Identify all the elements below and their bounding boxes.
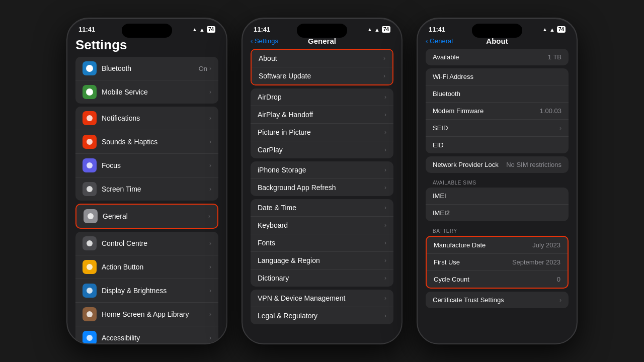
settings-item[interactable]: Mobile Service› [75, 80, 218, 104]
nav-back-button[interactable]: ‹ Settings [251, 37, 278, 45]
status-time: 11:41 [254, 26, 270, 33]
general-item[interactable]: Software Update› [252, 67, 392, 84]
chevron-right-icon: › [384, 166, 386, 173]
chevron-right-icon: › [209, 115, 211, 122]
general-item-label: Date & Time [258, 204, 384, 212]
about-group-2: IMEIIMEI2 [426, 188, 569, 221]
status-icons: ▲ ▲ 74 [367, 26, 390, 33]
general-item[interactable]: About› [252, 50, 392, 67]
settings-item[interactable]: Accessibility› [75, 326, 218, 344]
settings-group-2: Control Centre›Action Button›Display & B… [75, 232, 218, 344]
general-item[interactable]: Date & Time› [251, 199, 393, 217]
settings-item[interactable]: Home Screen & App Library› [75, 303, 218, 326]
wifi-icon: ▲ [199, 27, 205, 33]
about-item-label: Cycle Count [434, 276, 469, 283]
general-item[interactable]: Dictionary› [251, 269, 393, 287]
about-item: Available 1 TB [426, 49, 569, 65]
settings-item-icon [83, 284, 97, 298]
general-item[interactable]: AirDrop› [251, 88, 393, 106]
general-item-label: Software Update [259, 72, 383, 80]
about-item-label: SEID [433, 124, 448, 132]
settings-item-label: Display & Brightness [102, 287, 209, 295]
settings-item-icon [83, 182, 97, 196]
status-time: 11:41 [78, 26, 95, 33]
chevron-right-icon: › [208, 213, 210, 220]
about-item-label: EID [433, 141, 444, 149]
settings-item[interactable]: Focus› [75, 154, 218, 177]
about-item[interactable]: Certificate Trust Settings› [426, 292, 569, 308]
general-item[interactable]: AirPlay & Handoff› [251, 106, 393, 124]
section-label: BATTERY [426, 224, 569, 236]
about-top-group: Available 1 TB [426, 49, 569, 65]
chevron-right-icon: › [384, 257, 386, 264]
page-title: General [308, 37, 336, 45]
status-icons: ▲ ▲ 74 [542, 26, 566, 33]
general-item-label: Fonts [258, 239, 384, 247]
about-item-value: 0 [557, 276, 560, 283]
page-title: Settings [67, 35, 226, 57]
chevron-right-icon: › [209, 311, 211, 318]
settings-item-icon [83, 111, 97, 125]
general-item[interactable]: iPhone Storage› [251, 161, 393, 179]
general-item[interactable]: VPN & Device Management› [251, 290, 393, 307]
about-item: First UseSeptember 2023 [427, 254, 568, 271]
about-item: IMEI [426, 188, 569, 205]
about-group-1: Network Provider LockNo SIM restrictions [426, 156, 569, 173]
general-item-label: Keyboard [258, 221, 384, 229]
settings-item-icon [83, 85, 97, 99]
about-item-value: July 2023 [532, 241, 560, 249]
general-item[interactable]: Fonts› [251, 234, 393, 252]
about-item: Modem Firmware1.00.03 [426, 103, 569, 120]
chevron-right-icon: › [209, 162, 211, 169]
about-group-3: Manufacture DateJuly 2023First UseSeptem… [426, 236, 569, 289]
about-item[interactable]: SEID› [426, 120, 569, 137]
general-group-2: iPhone Storage›Background App Refresh› [251, 161, 393, 196]
nav-back-button[interactable]: ‹ General [426, 37, 453, 45]
general-item[interactable]: Language & Region› [251, 252, 393, 269]
phone-about: 11:41 ▲ ▲ 74 ‹ General About Available 1… [417, 18, 578, 344]
settings-item[interactable]: Control Centre› [75, 232, 218, 255]
about-group-0: Wi-Fi AddressBluetoothModem Firmware1.00… [426, 68, 569, 153]
about-item: Manufacture DateJuly 2023 [427, 237, 568, 254]
settings-item[interactable]: General› [76, 205, 217, 228]
chevron-right-icon: › [209, 240, 211, 247]
battery-icon: 74 [207, 26, 215, 33]
chevron-right-icon: › [209, 334, 211, 341]
chevron-right-icon: › [209, 138, 211, 145]
chevron-right-icon: › [384, 184, 386, 191]
general-item[interactable]: Picture in Picture› [251, 124, 393, 141]
about-item: EID [426, 137, 569, 153]
general-item-label: About [259, 54, 383, 62]
chevron-right-icon: › [384, 204, 386, 211]
settings-group-top: BluetoothOn›Mobile Service› [75, 57, 218, 104]
settings-item[interactable]: Action Button› [75, 255, 218, 279]
status-icons: ▲ ▲ 74 [192, 26, 215, 33]
about-item-value: September 2023 [512, 258, 560, 266]
settings-item[interactable]: Screen Time› [75, 177, 218, 201]
chevron-right-icon: › [559, 297, 561, 304]
settings-item[interactable]: Sounds & Haptics› [75, 130, 218, 154]
chevron-right-icon: › [384, 295, 386, 302]
general-item[interactable]: Keyboard› [251, 217, 393, 234]
about-item-label: Available [433, 53, 459, 61]
chevron-right-icon: › [209, 186, 211, 193]
general-item[interactable]: CarPlay› [251, 141, 393, 158]
section-label: AVAILABLE SIMS [426, 176, 569, 188]
chevron-right-icon: › [384, 222, 386, 229]
settings-item[interactable]: Display & Brightness› [75, 279, 218, 303]
settings-item[interactable]: Notifications› [75, 107, 218, 130]
general-group-1: AirDrop›AirPlay & Handoff›Picture in Pic… [251, 88, 393, 158]
settings-item-label: Notifications [102, 114, 209, 122]
phones-container: 11:41 ▲ ▲ 74 SettingsBluetoothOn›Mobile … [0, 18, 644, 344]
chevron-right-icon: › [384, 129, 386, 136]
settings-item-label: Accessibility [102, 334, 209, 342]
page-title: About [486, 37, 508, 45]
settings-item-label: Focus [102, 161, 209, 169]
settings-item[interactable]: BluetoothOn› [75, 57, 218, 80]
about-item: Wi-Fi Address [426, 68, 569, 85]
about-item-label: Certificate Trust Settings [433, 296, 504, 304]
general-item[interactable]: Legal & Regulatory› [251, 307, 393, 324]
general-item[interactable]: Background App Refresh› [251, 179, 393, 196]
settings-item-label: Sounds & Haptics [102, 138, 209, 146]
settings-group-1: General› [75, 204, 218, 229]
